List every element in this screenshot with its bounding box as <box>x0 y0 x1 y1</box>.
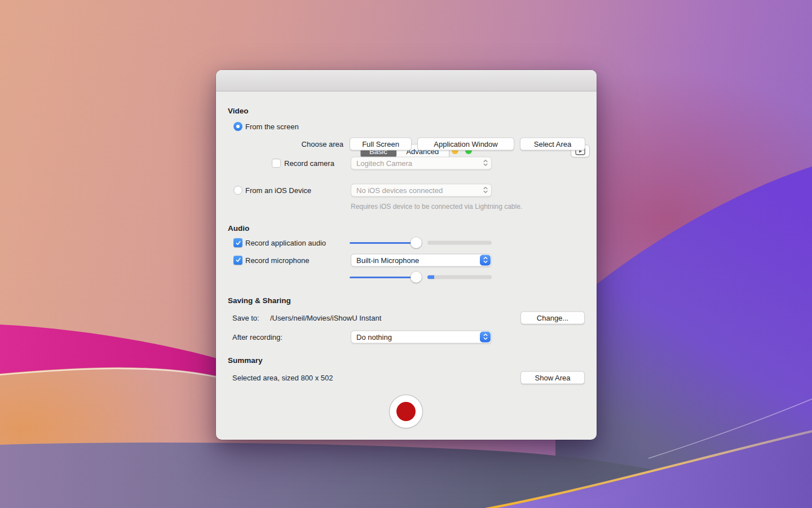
from-screen-radio[interactable] <box>233 122 242 131</box>
chevron-up-down-icon <box>480 157 491 168</box>
app-audio-level-meter <box>427 241 492 245</box>
video-section-header: Video <box>228 107 249 115</box>
radio-dot-icon <box>236 125 240 128</box>
saving-section-header: Saving & Sharing <box>228 296 291 305</box>
camera-dropdown[interactable]: Logitech Camera <box>351 156 492 169</box>
summary-text: Selected area, sized 800 x 502 <box>232 373 333 382</box>
record-button[interactable] <box>390 395 422 428</box>
after-recording-label: After recording: <box>232 332 283 341</box>
microphone-dropdown[interactable]: Built-in Microphone <box>351 253 492 266</box>
checkmark-icon <box>235 257 241 263</box>
save-to-label: Save to: <box>232 314 259 322</box>
record-dot-icon <box>396 402 416 421</box>
chevron-up-down-icon <box>480 331 491 342</box>
full-screen-button[interactable]: Full Screen <box>350 137 412 150</box>
titlebar <box>216 70 597 91</box>
audio-section-header: Audio <box>228 224 249 233</box>
ios-device-dropdown[interactable]: No iOS devices connected <box>351 183 492 196</box>
from-ios-radio[interactable] <box>233 186 242 195</box>
chevron-up-down-icon <box>480 255 491 265</box>
show-area-button[interactable]: Show Area <box>520 371 585 384</box>
meter-fill <box>427 275 434 279</box>
record-microphone-checkbox[interactable] <box>233 256 242 265</box>
record-microphone-label: Record microphone <box>245 256 309 264</box>
record-camera-checkbox[interactable] <box>272 159 281 168</box>
summary-section-header: Summary <box>228 356 263 365</box>
record-camera-label: Record camera <box>284 159 334 167</box>
change-button[interactable]: Change... <box>520 312 585 325</box>
camera-dropdown-value: Logitech Camera <box>356 159 412 167</box>
settings-panel: Video From the screen Choose area Full S… <box>216 91 597 440</box>
app-audio-volume-slider[interactable] <box>350 237 422 248</box>
record-app-audio-checkbox[interactable] <box>233 238 242 247</box>
ios-help-text: Requires iOS device to be connected via … <box>351 203 522 211</box>
checkmark-icon <box>235 240 241 246</box>
chevron-up-down-icon <box>480 185 491 195</box>
microphone-level-meter <box>427 275 492 279</box>
microphone-dropdown-value: Built-in Microphone <box>356 256 419 264</box>
record-app-audio-label: Record application audio <box>245 239 326 247</box>
slider-thumb[interactable] <box>411 271 422 283</box>
save-path-value: /Users/neil/Movies/iShowU Instant <box>270 314 381 322</box>
from-ios-label: From an iOS Device <box>245 186 311 194</box>
select-area-button[interactable]: Select Area <box>520 137 585 150</box>
microphone-volume-slider[interactable] <box>350 271 422 283</box>
slider-thumb[interactable] <box>411 237 422 248</box>
app-window: Basic Advanced Video From the screen Cho… <box>216 70 597 440</box>
after-recording-dropdown[interactable]: Do nothing <box>351 330 492 343</box>
application-window-button[interactable]: Application Window <box>417 137 514 150</box>
after-recording-value: Do nothing <box>356 332 392 341</box>
choose-area-label: Choose area <box>216 139 343 148</box>
from-screen-label: From the screen <box>245 122 299 131</box>
ios-device-dropdown-value: No iOS devices connected <box>356 186 443 194</box>
